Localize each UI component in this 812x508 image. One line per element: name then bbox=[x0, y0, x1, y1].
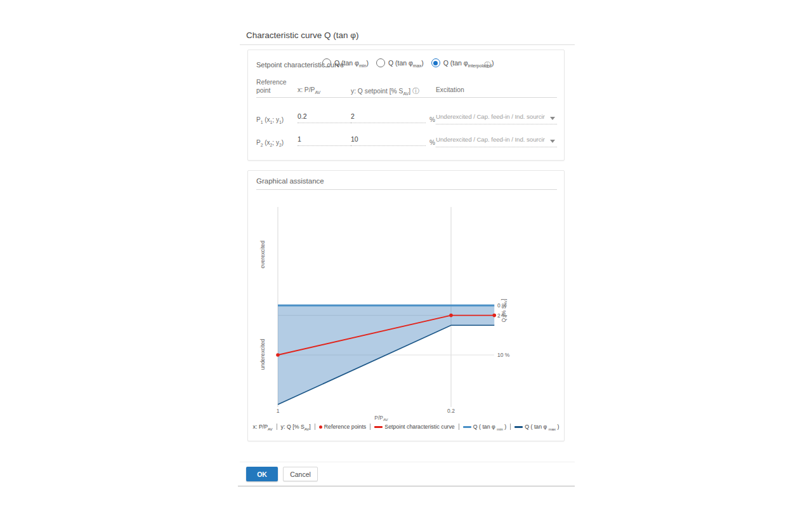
legend-item: y: Q [% SAV] bbox=[281, 424, 311, 430]
percent-unit-label: % bbox=[429, 139, 435, 146]
percent-unit-label: % bbox=[429, 116, 435, 123]
legend-separator bbox=[277, 424, 277, 430]
p1-excitation-select[interactable]: Underexcited / Cap. feed-in / Ind. sourc… bbox=[436, 113, 557, 124]
ok-button[interactable]: OK bbox=[246, 467, 278, 481]
radio-label: Q (tan φmin) bbox=[334, 59, 369, 67]
bottom-divider bbox=[238, 486, 575, 486]
legend-line-icon bbox=[514, 426, 523, 428]
radio-icon bbox=[376, 58, 385, 67]
info-icon[interactable]: ⓘ bbox=[484, 60, 491, 70]
legend-separator bbox=[370, 424, 370, 430]
svg-text:underexcited: underexcited bbox=[259, 339, 266, 370]
legend-item: Q ( tan φ min ) bbox=[463, 424, 506, 430]
legend-item: Q ( tan φ max ) bbox=[514, 424, 559, 430]
svg-text:overexcited: overexcited bbox=[259, 241, 266, 269]
title-divider bbox=[240, 44, 575, 45]
legend-separator bbox=[315, 424, 315, 430]
legend-separator bbox=[510, 424, 511, 430]
buttons-divider bbox=[240, 462, 575, 462]
table-header-divider bbox=[256, 97, 557, 98]
column-header-excitation: Excitation bbox=[436, 86, 464, 93]
svg-text:10 %: 10 % bbox=[497, 352, 510, 358]
column-header-reference-point: Reference point bbox=[256, 78, 294, 95]
svg-text:0.2: 0.2 bbox=[447, 408, 455, 414]
p2-x-input[interactable] bbox=[298, 135, 353, 146]
p2-excitation-select[interactable]: Underexcited / Cap. feed-in / Ind. sourc… bbox=[436, 136, 557, 147]
legend-item: Setpoint characteristic curve bbox=[374, 424, 455, 430]
graph-title-divider bbox=[256, 189, 557, 190]
legend-line-icon bbox=[374, 426, 383, 428]
excitation-select-value: Underexcited / Cap. feed-in / Ind. sourc… bbox=[436, 113, 545, 120]
legend-line-icon bbox=[463, 426, 471, 428]
chevron-down-icon bbox=[550, 140, 555, 143]
legend-separator bbox=[459, 424, 459, 430]
info-icon[interactable]: ⓘ bbox=[412, 87, 419, 95]
column-header-y: y: Q setpoint [% SAV] ⓘ bbox=[351, 86, 419, 96]
chart-legend: x: P/PAVy: Q [% SAV]Reference pointsSetp… bbox=[248, 424, 564, 430]
column-header-x: x: P/PAV bbox=[298, 86, 320, 93]
radio-icon bbox=[431, 58, 440, 67]
legend-dot-icon bbox=[319, 425, 322, 429]
cancel-button[interactable]: Cancel bbox=[283, 467, 318, 481]
graphical-assistance-card: Graphical assistance 0 %2 %10 %10.2P/PAV… bbox=[247, 170, 565, 441]
graph-section-title: Graphical assistance bbox=[256, 177, 324, 185]
excitation-select-value: Underexcited / Cap. feed-in / Ind. sourc… bbox=[436, 136, 545, 143]
chevron-down-icon bbox=[550, 117, 555, 120]
legend-item: Reference points bbox=[319, 424, 367, 430]
reference-point-p2-label: P2 (x2; y2) bbox=[256, 139, 284, 146]
p1-x-input[interactable] bbox=[298, 112, 353, 123]
setpoint-radio-group: Q (tan φmin) Q (tan φmax) Q (tan φinterp… bbox=[322, 58, 494, 67]
p1-y-input[interactable] bbox=[351, 112, 426, 123]
radio-q-tan-phi-max[interactable]: Q (tan φmax) bbox=[376, 58, 424, 67]
reference-point-p1-label: P1 (x1; y1) bbox=[256, 116, 284, 123]
legend-item: x: P/PAV bbox=[253, 424, 273, 430]
svg-text:P/PAV: P/PAV bbox=[374, 415, 388, 421]
page-title: Characteristic curve Q (tan φ) bbox=[246, 30, 359, 40]
p2-y-input[interactable] bbox=[351, 135, 426, 146]
radio-label: Q (tan φmax) bbox=[388, 59, 424, 67]
radio-q-tan-phi-min[interactable]: Q (tan φmin) bbox=[322, 58, 369, 67]
svg-text:1: 1 bbox=[277, 408, 280, 414]
radio-icon bbox=[322, 58, 331, 67]
characteristic-curve-chart: 0 %2 %10 %10.2P/PAVQ [% SAV]overexcitedu… bbox=[248, 191, 565, 421]
setpoint-form-card: Setpoint characteristic curve Q (tan φmi… bbox=[247, 50, 565, 161]
